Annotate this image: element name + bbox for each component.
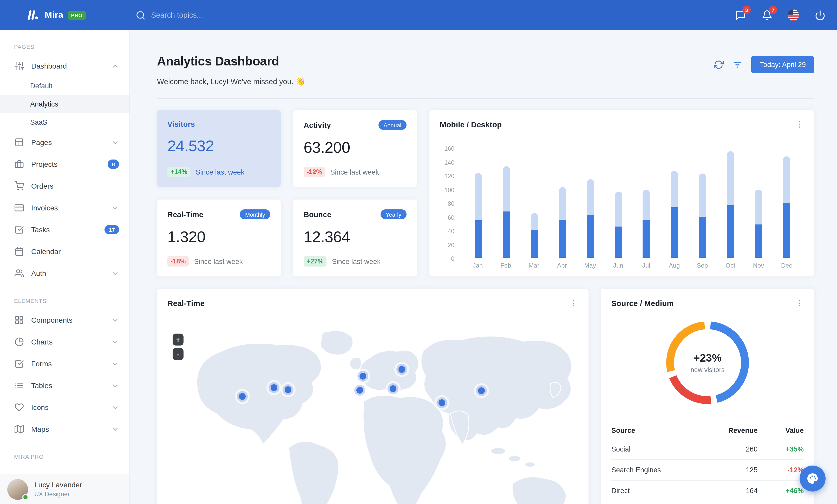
refresh-icon[interactable] [714, 60, 724, 70]
x-tick-label: Apr [548, 262, 576, 269]
bar-nov[interactable] [755, 190, 762, 258]
stat-period-badge[interactable]: Annual [378, 120, 407, 130]
bar-segment-mobile [643, 220, 650, 258]
sidebar-user[interactable]: Lucy Lavender UX Designer [0, 474, 129, 504]
messages-count-badge: 3 [742, 6, 751, 14]
x-tick-label: Mar [520, 262, 548, 269]
sidebar-item-orders[interactable]: Orders [0, 175, 129, 197]
filter-icon[interactable] [733, 60, 743, 70]
stat-footer: -12%Since last week [304, 167, 407, 177]
sidebar-item-charts[interactable]: Charts [0, 331, 129, 353]
bar-may[interactable] [587, 179, 594, 258]
sidebar-item-auth[interactable]: Auth [0, 262, 129, 284]
signout-button[interactable] [814, 10, 825, 21]
chevron-down-icon [111, 269, 119, 277]
sidebar-item-projects[interactable]: Projects8 [0, 153, 129, 175]
app-root: Mira PRO Search topics... 3 7 [0, 0, 837, 504]
navbar: Mira PRO Search topics... 3 7 [0, 0, 837, 30]
sidebar-item-calendar[interactable]: Calendar [0, 241, 129, 262]
bar-sep[interactable] [699, 174, 706, 258]
sidebar-item-invoices[interactable]: Invoices [0, 197, 129, 219]
sidebar-item-dashboard[interactable]: Dashboard [0, 55, 129, 77]
stat-cards: Visitors24.532+14%Since last weekActivit… [157, 110, 417, 276]
sidebar-item-pages[interactable]: Pages [0, 131, 129, 153]
messages-button[interactable]: 3 [735, 10, 746, 21]
bar-apr[interactable] [558, 187, 566, 258]
map-marker[interactable] [356, 387, 363, 394]
stat-card-header: BounceYearly [304, 209, 407, 219]
bar-oct[interactable] [727, 151, 734, 258]
y-tick-label: 0 [451, 256, 455, 262]
map-marker[interactable] [439, 399, 445, 406]
map-title: Real-Time [167, 299, 204, 307]
sidebar-item-label: Charts [31, 338, 53, 346]
header-divider [157, 98, 814, 99]
map-marker[interactable] [359, 373, 366, 379]
bar-aug[interactable] [671, 171, 678, 258]
y-tick-label: 60 [448, 214, 455, 221]
table-row-direct[interactable]: Direct164+46% [611, 480, 804, 501]
date-button[interactable]: Today: April 29 [751, 56, 814, 73]
stat-delta-badge: -18% [167, 256, 189, 266]
stat-period-badge[interactable]: Yearly [380, 209, 407, 219]
sidebar-subitem-analytics[interactable]: Analytics [0, 95, 129, 113]
bar-segment-desktop [503, 166, 510, 212]
bar-segment-mobile [699, 217, 706, 258]
kebab-menu-icon[interactable] [795, 120, 804, 129]
map-marker[interactable] [271, 384, 277, 391]
bar-column-feb [492, 148, 520, 258]
x-tick-label: Feb [492, 262, 520, 269]
y-tick-label: 160 [445, 146, 455, 152]
map-marker[interactable] [478, 387, 485, 394]
stat-period-badge[interactable]: Monthly [240, 209, 270, 219]
donut-value: +23% [691, 352, 725, 364]
donut-chart: +23% new visitors [611, 310, 804, 416]
sidebar-item-components[interactable]: Components [0, 309, 129, 331]
bar-dec[interactable] [783, 156, 790, 258]
world-map[interactable]: + - [167, 314, 578, 504]
table-row-search-engines[interactable]: Search Engines125-12% [611, 460, 804, 480]
cell-value: -12% [758, 460, 804, 480]
map-zoom-in-button[interactable]: + [173, 334, 183, 346]
brand[interactable]: Mira PRO [26, 8, 86, 22]
sidebar-item-maps[interactable]: Maps [0, 418, 129, 440]
cart-icon [15, 181, 24, 191]
donut-segment-search-engines[interactable] [673, 377, 711, 400]
sidebar-item-forms[interactable]: Forms [0, 353, 129, 375]
power-icon [814, 10, 825, 20]
layout-icon [15, 138, 24, 147]
bar-segment-mobile [671, 208, 678, 258]
map-marker[interactable] [390, 385, 396, 392]
language-flag-button[interactable] [788, 10, 799, 21]
bar-jun[interactable] [615, 192, 622, 258]
user-role: UX Designer [34, 490, 82, 498]
bar-jan[interactable] [475, 173, 482, 258]
map-marker[interactable] [398, 366, 405, 373]
cell-revenue: 260 [696, 439, 758, 460]
theme-settings-button[interactable] [800, 466, 825, 491]
notifications-count-badge: 7 [769, 6, 777, 14]
sidebar-subitem-default[interactable]: Default [0, 77, 129, 95]
table-row-social[interactable]: Social260+35% [611, 439, 804, 460]
chevron-down-icon [111, 381, 119, 389]
top-grid: Visitors24.532+14%Since last weekActivit… [157, 110, 814, 276]
sidebar-item-icons[interactable]: Icons [0, 396, 129, 418]
bar-segment-desktop [755, 190, 762, 225]
source-medium-title: Source / Medium [611, 299, 674, 307]
sidebar-item-tables[interactable]: Tables [0, 375, 129, 396]
cell-revenue: 164 [696, 480, 758, 501]
bar-jul[interactable] [643, 190, 650, 258]
kebab-menu-icon[interactable] [795, 299, 804, 307]
notifications-button[interactable]: 7 [761, 10, 772, 21]
column-header-revenue: Revenue [696, 422, 758, 439]
search-placeholder: Search topics... [151, 11, 203, 19]
kebab-menu-icon[interactable] [569, 299, 578, 307]
map-zoom-out-button[interactable]: - [173, 348, 183, 360]
bar-mar[interactable] [531, 213, 538, 258]
map-marker[interactable] [239, 393, 246, 400]
sidebar-item-tasks[interactable]: Tasks17 [0, 219, 129, 241]
map-marker[interactable] [285, 386, 291, 393]
search-input[interactable]: Search topics... [136, 10, 203, 20]
bar-feb[interactable] [503, 166, 510, 258]
sidebar-subitem-saas[interactable]: SaaS [0, 113, 129, 131]
